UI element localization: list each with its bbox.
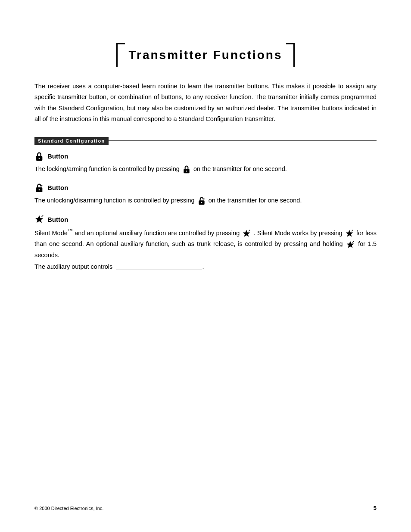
aux-icon-inline-2: [345, 229, 354, 238]
section-divider-line: [109, 140, 377, 141]
page-title: Transmitter Functions: [128, 48, 282, 62]
svg-point-7: [201, 202, 202, 203]
unlock-button-label: Button: [47, 184, 68, 191]
section-header-label: Standard Configuration: [34, 137, 109, 145]
aux-button-desc: Silent Mode™ and an optional auxiliary f…: [34, 227, 377, 261]
unlock-button-desc: The unlocking/disarming function is cont…: [34, 195, 377, 206]
lock-button-label: Button: [47, 152, 68, 160]
title-bracket-right: [286, 43, 295, 67]
aux-output-blank: [116, 270, 202, 270]
intro-paragraph: The receiver uses a computer-based learn…: [34, 81, 377, 125]
title-container: Transmitter Functions: [34, 43, 377, 67]
footer: © 2000 Directed Electronics, Inc. 5: [34, 505, 377, 511]
unlock-button-section: Button The unlocking/disarming function …: [34, 183, 377, 206]
aux-button-label: Button: [47, 216, 68, 223]
lock-button-section: Button The locking/arming function is co…: [34, 152, 377, 174]
aux-icon: [34, 215, 44, 224]
svg-line-13: [352, 230, 353, 231]
svg-point-1: [39, 158, 40, 159]
aux-icon-inline-1: [242, 229, 251, 238]
lock-closed-icon: [34, 152, 44, 161]
lock-open-icon-inline: [197, 196, 206, 205]
lock-button-heading: Button: [34, 152, 377, 161]
aux-output-line: The auxiliary output controls .: [34, 263, 377, 270]
title-bracket-left: [116, 43, 125, 67]
svg-point-5: [39, 189, 40, 190]
svg-line-15: [352, 241, 354, 242]
svg-point-3: [186, 171, 187, 172]
unlock-button-heading: Button: [34, 183, 377, 193]
svg-line-9: [42, 215, 44, 217]
svg-line-11: [249, 230, 250, 231]
footer-page-number: 5: [374, 505, 377, 511]
lock-closed-icon-inline: [182, 165, 191, 174]
lock-open-icon: [34, 183, 44, 193]
section-header-row: Standard Configuration: [34, 137, 377, 145]
aux-button-section: Button Silent Mode™ and an optional auxi…: [34, 215, 377, 270]
aux-icon-inline-3: [346, 240, 355, 249]
aux-button-heading: Button: [34, 215, 377, 224]
page: Transmitter Functions The receiver uses …: [0, 0, 411, 532]
footer-copyright: © 2000 Directed Electronics, Inc.: [34, 506, 103, 511]
lock-button-desc: The locking/arming function is controlle…: [34, 164, 377, 174]
